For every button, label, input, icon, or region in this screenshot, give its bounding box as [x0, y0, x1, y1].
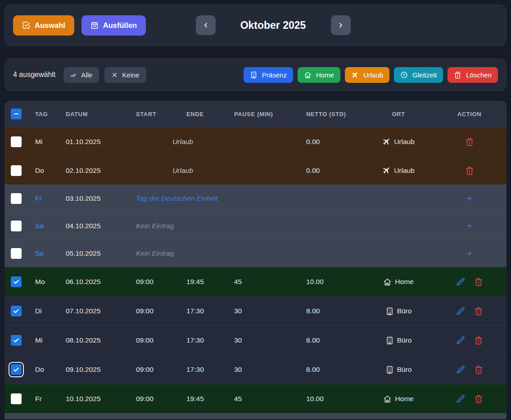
- day-cell: So: [31, 249, 61, 257]
- next-month-button[interactable]: [331, 15, 351, 35]
- check-icon: [13, 366, 20, 373]
- gleitzeit-button[interactable]: Gleitzeit: [394, 67, 443, 83]
- plus-icon: [465, 194, 474, 203]
- select-none-label: Keine: [122, 71, 139, 79]
- praesenz-button[interactable]: Präsenz: [244, 67, 293, 83]
- month-toolbar: Auswahl Ausfüllen Oktober 2025: [5, 5, 506, 46]
- add-entry-button[interactable]: [465, 221, 475, 231]
- row-checkbox[interactable]: [11, 335, 22, 346]
- note-cell: Urlaub: [131, 167, 230, 175]
- previous-month-button[interactable]: [196, 15, 216, 35]
- select-all-checkbox[interactable]: [11, 108, 22, 119]
- home-label: Home: [316, 71, 334, 79]
- ort-cell: Home: [365, 395, 432, 403]
- x-icon: [111, 72, 118, 78]
- add-entry-button[interactable]: [465, 248, 475, 258]
- day-cell: Fr: [31, 395, 61, 403]
- building-icon: [250, 71, 258, 79]
- ort-cell: Home: [365, 278, 432, 286]
- row-checkbox[interactable]: [11, 221, 22, 231]
- home-button[interactable]: Home: [298, 67, 340, 83]
- urlaub-button[interactable]: Urlaub: [345, 67, 389, 83]
- ende-cell: 19:45: [182, 278, 230, 286]
- row-checkbox[interactable]: [11, 165, 22, 176]
- minus-icon: [13, 110, 20, 117]
- ausfuellen-button[interactable]: Ausfüllen: [81, 15, 146, 36]
- add-entry-button[interactable]: [465, 194, 475, 203]
- ende-cell: 17:30: [182, 307, 230, 315]
- check-icon: [13, 278, 20, 285]
- timesheet-table: Tag Datum Start Ende Pause (min) Netto (…: [5, 101, 506, 419]
- column-header-pause: Pause (min): [230, 111, 302, 117]
- pause-cell: 45: [230, 395, 302, 403]
- pause-cell: 45: [230, 278, 302, 286]
- start-cell: 09:00: [131, 307, 182, 315]
- start-cell: 09:00: [131, 336, 182, 344]
- table-row: Di07.10.202509:0017:30308.00Büro: [5, 296, 506, 325]
- edit-entry-button[interactable]: [456, 394, 466, 404]
- netto-cell: 8.00: [302, 336, 365, 344]
- row-checkbox[interactable]: [11, 136, 22, 147]
- delete-entry-button[interactable]: [465, 166, 475, 176]
- ende-cell: 17:30: [182, 366, 230, 374]
- plane-icon: [382, 137, 391, 146]
- home-icon: [383, 395, 392, 403]
- delete-entry-button[interactable]: [474, 277, 484, 287]
- row-checkbox[interactable]: [11, 193, 22, 204]
- netto-cell: 10.00: [302, 278, 365, 286]
- table-row-partial: [5, 413, 506, 419]
- day-cell: Mi: [31, 336, 61, 344]
- selected-count: 4 ausgewählt: [13, 71, 55, 79]
- edit-entry-button[interactable]: [456, 365, 466, 375]
- column-header-action: Action: [432, 111, 506, 117]
- column-header-tag: Tag: [31, 111, 61, 117]
- delete-entry-button[interactable]: [474, 394, 484, 404]
- delete-entry-button[interactable]: [465, 137, 475, 147]
- urlaub-label: Urlaub: [363, 71, 383, 79]
- ort-cell: Büro: [365, 336, 432, 345]
- ort-cell: Urlaub: [365, 166, 432, 175]
- action-cell: [432, 194, 506, 203]
- action-cell: [432, 394, 506, 404]
- row-checkbox[interactable]: [11, 393, 22, 404]
- start-cell: 09:00: [131, 278, 182, 286]
- edit-entry-button[interactable]: [456, 277, 466, 287]
- check-icon: [13, 307, 20, 315]
- delete-entry-button[interactable]: [474, 335, 484, 345]
- month-navigation: Oktober 2025: [196, 15, 351, 35]
- netto-cell: 0.00: [302, 167, 365, 175]
- table-row: So05.10.2025Kein Eintrag: [5, 239, 506, 267]
- check-square-icon: [22, 21, 30, 29]
- date-cell: 06.10.2025: [61, 278, 131, 286]
- ort-label: Urlaub: [394, 138, 415, 146]
- netto-cell: 8.00: [302, 366, 365, 374]
- select-none-button[interactable]: Keine: [104, 67, 146, 83]
- selection-toolbar: 4 ausgewählt Alle Keine Präsenz Home Url…: [5, 59, 506, 91]
- edit-entry-button[interactable]: [456, 335, 466, 345]
- note-cell: Kein Eintrag: [131, 249, 365, 257]
- chevron-right-icon: [337, 21, 345, 29]
- ort-cell: Urlaub: [365, 137, 432, 146]
- edit-entry-button[interactable]: [456, 306, 466, 316]
- date-cell: 08.10.2025: [61, 336, 131, 344]
- loeschen-button[interactable]: Löschen: [448, 67, 498, 83]
- action-cell: [432, 166, 506, 176]
- ort-label: Home: [395, 278, 413, 286]
- action-cell: [432, 306, 506, 316]
- action-cell: [432, 137, 506, 147]
- day-cell: Sa: [31, 222, 61, 230]
- delete-entry-button[interactable]: [474, 306, 484, 316]
- auswahl-button[interactable]: Auswahl: [13, 15, 74, 36]
- select-all-button[interactable]: Alle: [63, 67, 99, 83]
- row-checkbox[interactable]: [11, 248, 22, 259]
- trash-icon: [474, 336, 483, 345]
- row-checkbox[interactable]: [11, 364, 22, 375]
- row-checkbox[interactable]: [11, 276, 22, 287]
- date-cell: 03.10.2025: [61, 194, 131, 203]
- row-checkbox[interactable]: [11, 306, 22, 316]
- ende-cell: 17:30: [182, 336, 230, 344]
- date-cell: 04.10.2025: [61, 222, 131, 230]
- delete-entry-button[interactable]: [474, 365, 484, 375]
- praesenz-label: Präsenz: [262, 71, 287, 79]
- action-cell: [432, 365, 506, 375]
